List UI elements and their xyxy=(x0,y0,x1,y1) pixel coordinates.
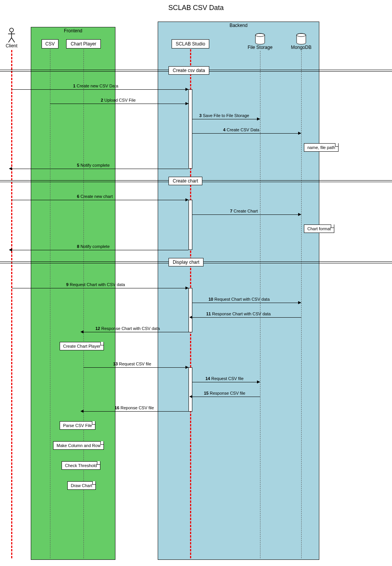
arrowhead-9 xyxy=(185,286,188,290)
svg-line-4 xyxy=(12,38,15,42)
arrow-1 xyxy=(12,89,188,90)
studio-activation-2 xyxy=(188,200,192,250)
arrowhead-15 xyxy=(189,395,192,398)
msg-3: 3 Save File to File Storage xyxy=(199,113,249,118)
note-make-column: Make Column and Row xyxy=(53,441,104,450)
mongodb-lifeline xyxy=(301,51,302,558)
filestorage-db: File Storage xyxy=(245,33,275,50)
studio-participant: SCLAB Studio xyxy=(172,39,209,49)
note-create-player: Create Chart Player xyxy=(60,342,104,350)
arrow-2 xyxy=(50,104,188,104)
csv-participant: CSV xyxy=(42,39,58,49)
chartplayer-participant: Chart Player xyxy=(66,39,101,49)
arrowhead-12 xyxy=(80,330,83,333)
msg-10: 10 Request Chart with CSV data xyxy=(209,297,270,301)
arrow-14 xyxy=(192,382,260,382)
arrow-6 xyxy=(12,200,188,200)
msg-4: 4 Create CSV Data xyxy=(223,127,259,132)
arrow-12 xyxy=(83,332,188,332)
msg-9: 9 Request Chart with CSV data xyxy=(66,282,125,287)
divider-create-chart-label: Create chart xyxy=(168,177,202,185)
studio-activation-1 xyxy=(188,89,192,169)
filestorage-lifeline xyxy=(260,51,260,558)
msg-1: 1 Create new CSV Data xyxy=(73,84,118,88)
msg-5: 5 Notify complete xyxy=(77,163,110,167)
mongodb-label: MongoDB xyxy=(288,45,315,50)
backend-box: Backend xyxy=(158,22,319,560)
arrowhead-4 xyxy=(298,132,301,135)
filestorage-label: File Storage xyxy=(245,45,275,50)
diagram-title: SCLAB CSV Data xyxy=(0,0,392,14)
arrow-13 xyxy=(83,367,188,368)
msg-6: 6 Create new chart xyxy=(77,194,113,199)
msg-7: 7 Create Chart xyxy=(230,209,258,213)
arrow-3 xyxy=(192,119,260,119)
msg-2: 2 Upload CSV File xyxy=(101,98,136,102)
backend-label: Backend xyxy=(158,22,319,29)
divider-create-csv-label: Create csv data xyxy=(168,66,209,75)
sequence-diagram: Frontend Backend Client CSV Chart Player… xyxy=(0,14,392,564)
csv-lifeline xyxy=(50,49,50,558)
client-actor: Client xyxy=(4,28,19,49)
note-parse-csv: Parse CSV File xyxy=(60,421,95,430)
client-label: Client xyxy=(4,43,19,49)
arrow-5 xyxy=(12,169,188,169)
frontend-label: Frontend xyxy=(31,27,115,34)
msg-8: 8 Notify complete xyxy=(77,244,110,249)
arrowhead-7 xyxy=(298,213,301,216)
arrowhead-13 xyxy=(185,366,188,369)
arrowhead-8 xyxy=(9,248,12,251)
arrow-7 xyxy=(192,214,301,215)
arrowhead-14 xyxy=(257,380,260,383)
client-lifeline xyxy=(11,50,12,558)
arrow-4 xyxy=(192,133,301,134)
svg-point-0 xyxy=(10,28,13,32)
arrowhead-2 xyxy=(185,102,188,105)
arrowhead-16 xyxy=(80,410,83,413)
svg-line-3 xyxy=(8,38,12,42)
msg-11: 11 Response Chart with CSV data xyxy=(206,311,271,316)
mongodb-db: MongoDB xyxy=(288,33,315,50)
arrow-8 xyxy=(12,250,188,250)
arrowhead-11 xyxy=(189,316,192,319)
arrow-10 xyxy=(192,303,301,303)
msg-13: 13 Request CSV file xyxy=(113,362,151,366)
msg-14: 14 Request CSV file xyxy=(205,376,244,381)
arrow-11 xyxy=(192,317,301,318)
divider-display-chart-label: Display chart xyxy=(168,258,204,266)
msg-15: 15 Response CSV file xyxy=(204,391,245,395)
note-check-threshold: Check Threshold xyxy=(62,461,100,470)
studio-activation-4 xyxy=(188,367,192,412)
arrowhead-5 xyxy=(9,167,12,170)
arrow-16 xyxy=(83,411,188,412)
msg-16: 16 Reponse CSV file xyxy=(115,405,154,410)
arrowhead-6 xyxy=(185,198,188,201)
arrowhead-1 xyxy=(185,88,188,91)
arrow-9 xyxy=(12,288,188,288)
note-chart-format: Chart format xyxy=(304,224,334,233)
note-draw-chart: Draw Chart xyxy=(67,481,96,490)
studio-activation-3 xyxy=(188,288,192,332)
arrowhead-3 xyxy=(257,117,260,121)
msg-12: 12 Response Chart with CSV data xyxy=(95,326,160,331)
note-name-filepath: name, file path xyxy=(304,143,339,152)
frontend-box: Frontend xyxy=(31,27,115,560)
arrow-15 xyxy=(192,397,260,397)
arrowhead-10 xyxy=(298,301,301,304)
